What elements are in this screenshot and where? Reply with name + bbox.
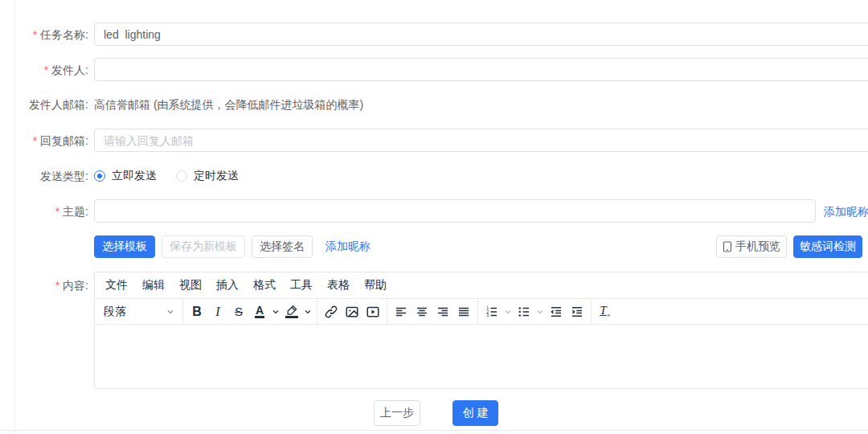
highlight-color-chevron-icon[interactable] [302,301,313,322]
required-asterisk: * [44,63,48,76]
radio-unselected-icon[interactable] [176,170,187,182]
template-actions-row: 选择模板 保存为新模板 选择签名 添加昵称 [94,235,371,258]
indent-icon[interactable] [567,301,588,322]
sender-input[interactable] [94,58,868,81]
image-icon[interactable] [342,301,362,322]
sender-label: *发件人: [0,63,88,78]
radio-send-scheduled[interactable]: 定时发送 [176,169,239,183]
text-color-chevron-icon[interactable] [270,301,281,322]
subject-label: *主题: [0,205,88,219]
bold-icon[interactable]: B [186,301,207,322]
media-icon[interactable] [362,301,383,322]
task-name-label: *任务名称: [0,28,88,43]
create-button[interactable]: 创 建 [452,400,498,426]
outdent-icon[interactable] [546,301,567,322]
phone-preview-button[interactable]: 手机预览 [716,235,787,258]
reply-email-label: *回复邮箱: [0,134,88,149]
select-template-button[interactable]: 选择模板 [94,235,155,258]
menu-tools[interactable]: 工具 [283,278,320,293]
toolbar-separator [387,299,387,324]
menu-format[interactable]: 格式 [246,278,283,293]
add-nickname-link[interactable]: 添加昵称 [326,240,371,254]
align-justify-icon[interactable] [453,301,474,322]
select-signature-button[interactable]: 选择签名 [252,235,313,258]
menu-help[interactable]: 帮助 [357,278,394,293]
content-label: *内容: [0,279,88,293]
menu-file[interactable]: 文件 [98,278,135,293]
text-color-icon[interactable]: A [249,301,270,322]
required-asterisk: * [33,134,37,147]
unordered-list-icon[interactable] [514,301,534,322]
toolbar-separator [591,299,592,324]
menu-insert[interactable]: 插入 [209,278,246,293]
menu-view[interactable]: 视图 [172,278,209,293]
editor-toolbar: 段落 B I S A [95,298,868,325]
preview-check-actions: 手机预览 敏感词检测 i [716,235,868,258]
link-icon[interactable] [321,301,342,322]
send-type-label: 发送类型: [0,170,88,184]
toolbar-separator [317,299,317,324]
required-asterisk: * [33,28,37,41]
previous-step-button[interactable]: 上一步 [374,400,420,426]
italic-icon[interactable]: I [207,301,228,322]
email-task-create-page: { "form": { "task_name": { "required_mar… [0,0,868,434]
reply-email-input[interactable] [94,129,868,152]
unordered-list-chevron-icon[interactable] [534,301,546,322]
chevron-down-icon [166,308,174,316]
align-right-icon[interactable] [432,301,453,322]
ordered-list-icon[interactable]: 123 [481,301,502,322]
sender-email-label: 发件人邮箱: [0,98,88,113]
strikethrough-icon[interactable]: S [228,301,249,322]
paragraph-format-dropdown[interactable]: 段落 [99,301,179,322]
menu-edit[interactable]: 编辑 [135,278,172,293]
menu-table[interactable]: 表格 [320,278,357,293]
required-asterisk: * [55,279,59,292]
align-center-icon[interactable] [411,301,432,322]
phone-icon [723,241,732,252]
radio-label: 定时发送 [194,169,239,183]
subject-input[interactable] [94,199,816,223]
highlight-color-icon[interactable] [281,301,302,322]
svg-text:3: 3 [486,313,489,317]
rich-text-editor: 文件 编辑 视图 插入 格式 工具 表格 帮助 段落 B I S A [94,272,868,389]
radio-selected-icon[interactable] [94,170,105,182]
send-type-radio-group: 立即发送 定时发送 [94,169,239,183]
sensitive-word-check-button[interactable]: 敏感词检测 [793,235,862,258]
align-left-icon[interactable] [391,301,411,322]
sender-email-value: 高信誉邮箱 (由系统提供，会降低邮件进垃圾箱的概率) [94,98,363,113]
subject-add-nickname-link[interactable]: 添加昵称 [824,205,868,219]
ordered-list-chevron-icon[interactable] [502,301,514,322]
radio-label: 立即发送 [112,169,157,183]
save-as-new-template-button[interactable]: 保存为新模板 [162,235,245,258]
toolbar-separator [182,299,183,324]
radio-send-immediately[interactable]: 立即发送 [94,169,157,183]
clear-formatting-icon[interactable]: T× [595,301,616,322]
required-asterisk: * [55,205,59,218]
task-name-input[interactable] [94,23,868,46]
bottom-divider [0,430,868,431]
editor-menubar: 文件 编辑 视图 插入 格式 工具 表格 帮助 [95,272,868,298]
toolbar-separator [477,299,478,324]
editor-content-area[interactable] [95,325,868,388]
